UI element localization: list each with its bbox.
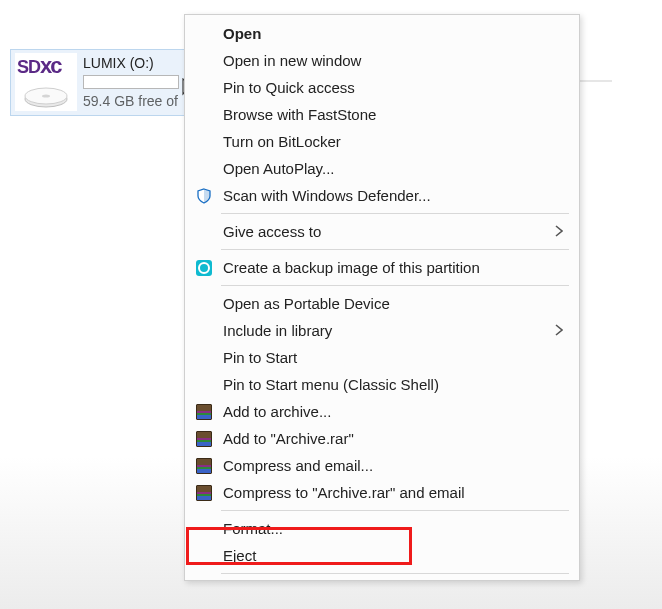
- context-menu-item-label: Scan with Windows Defender...: [223, 187, 565, 204]
- drive-tile[interactable]: SDxc LUMIX (O:) 59.4 GB free of: [10, 49, 186, 116]
- context-menu-item-open-autoplay[interactable]: Open AutoPlay...: [187, 155, 577, 182]
- context-menu-item-compress-to-archive-rar-and-email[interactable]: Compress to "Archive.rar" and email: [187, 479, 577, 506]
- context-menu-item-label: Open in new window: [223, 52, 565, 69]
- defender-shield-icon: [195, 187, 213, 205]
- context-menu-item-pin-to-start[interactable]: Pin to Start: [187, 344, 577, 371]
- context-menu-item-label: Turn on BitLocker: [223, 133, 565, 150]
- winrar-icon: [195, 457, 213, 475]
- context-menu-item-label: Add to "Archive.rar": [223, 430, 565, 447]
- blank-icon: [195, 520, 213, 538]
- context-menu-item-create-a-backup-image-of-this-partition[interactable]: Create a backup image of this partition: [187, 254, 577, 281]
- context-menu-item-label: Compress to "Archive.rar" and email: [223, 484, 565, 501]
- context-menu-item-scan-with-windows-defender[interactable]: Scan with Windows Defender...: [187, 182, 577, 209]
- blank-icon: [195, 295, 213, 313]
- context-menu-separator: [221, 249, 569, 250]
- context-menu-item-pin-to-start-menu-classic-shell[interactable]: Pin to Start menu (Classic Shell): [187, 371, 577, 398]
- drive-free-text: 59.4 GB free of: [83, 93, 181, 109]
- sdxc-drive-icon: SDxc: [15, 53, 77, 111]
- svg-point-2: [42, 94, 50, 97]
- context-menu-item-label: Format...: [223, 520, 565, 537]
- context-menu-item-pin-to-quick-access[interactable]: Pin to Quick access: [187, 74, 577, 101]
- blank-icon: [195, 547, 213, 565]
- context-menu-item-label: Open AutoPlay...: [223, 160, 565, 177]
- context-menu-separator: [221, 285, 569, 286]
- drive-label: LUMIX (O:): [83, 55, 181, 71]
- context-menu-item-label: Eject: [223, 547, 565, 564]
- winrar-icon: [195, 484, 213, 502]
- context-menu-item-label: Create a backup image of this partition: [223, 259, 565, 276]
- context-menu-item-label: Give access to: [223, 223, 545, 240]
- blank-icon: [195, 52, 213, 70]
- context-menu-item-browse-with-faststone[interactable]: Browse with FastStone: [187, 101, 577, 128]
- context-menu-separator: [221, 573, 569, 574]
- submenu-arrow-icon: [555, 322, 565, 339]
- context-menu-item-eject[interactable]: Eject: [187, 542, 577, 569]
- winrar-icon: [195, 430, 213, 448]
- blank-icon: [195, 79, 213, 97]
- context-menu-item-open-as-portable-device[interactable]: Open as Portable Device: [187, 290, 577, 317]
- context-menu: OpenOpen in new windowPin to Quick acces…: [184, 14, 580, 581]
- context-menu-item-label: Compress and email...: [223, 457, 565, 474]
- winrar-icon: [195, 403, 213, 421]
- drive-info: LUMIX (O:) 59.4 GB free of: [83, 53, 181, 112]
- context-menu-item-add-to-archive[interactable]: Add to archive...: [187, 398, 577, 425]
- blank-icon: [195, 160, 213, 178]
- context-menu-item-open-in-new-window[interactable]: Open in new window: [187, 47, 577, 74]
- blank-icon: [195, 106, 213, 124]
- blank-icon: [195, 376, 213, 394]
- context-menu-separator: [221, 213, 569, 214]
- context-menu-item-include-in-library[interactable]: Include in library: [187, 317, 577, 344]
- submenu-arrow-icon: [555, 223, 565, 240]
- context-menu-item-compress-and-email[interactable]: Compress and email...: [187, 452, 577, 479]
- drive-capacity-bar: [83, 75, 179, 89]
- context-menu-item-add-to-archive-rar[interactable]: Add to "Archive.rar": [187, 425, 577, 452]
- blank-icon: [195, 322, 213, 340]
- context-menu-item-label: Include in library: [223, 322, 545, 339]
- blank-icon: [195, 25, 213, 43]
- context-menu-item-format[interactable]: Format...: [187, 515, 577, 542]
- partition-backup-icon: [195, 259, 213, 277]
- context-menu-item-label: Open: [223, 25, 565, 42]
- context-menu-item-label: Pin to Start: [223, 349, 565, 366]
- blank-icon: [195, 223, 213, 241]
- context-menu-item-label: Browse with FastStone: [223, 106, 565, 123]
- context-menu-item-label: Open as Portable Device: [223, 295, 565, 312]
- context-menu-item-label: Pin to Quick access: [223, 79, 565, 96]
- context-menu-separator: [221, 510, 569, 511]
- context-menu-item-label: Add to archive...: [223, 403, 565, 420]
- blank-icon: [195, 133, 213, 151]
- context-menu-item-turn-on-bitlocker[interactable]: Turn on BitLocker: [187, 128, 577, 155]
- context-menu-item-label: Pin to Start menu (Classic Shell): [223, 376, 565, 393]
- context-menu-item-give-access-to[interactable]: Give access to: [187, 218, 577, 245]
- blank-icon: [195, 349, 213, 367]
- context-menu-item-open[interactable]: Open: [187, 20, 577, 47]
